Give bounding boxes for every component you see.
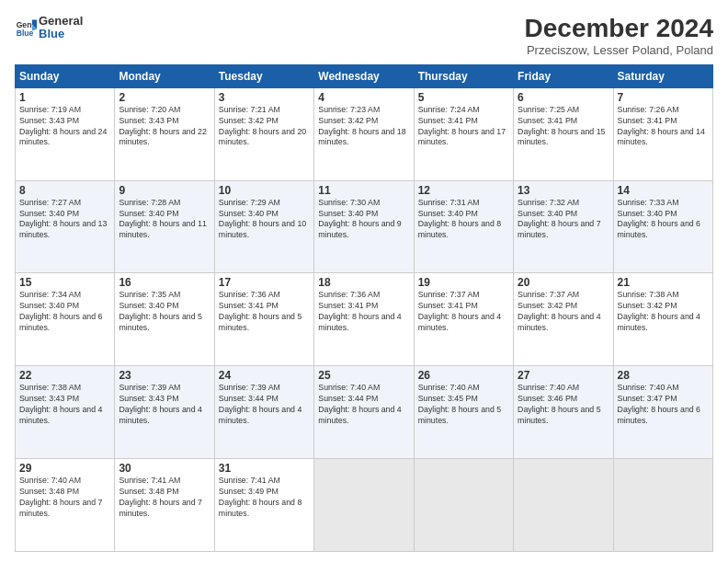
day-info: Sunrise: 7:23 AM Sunset: 3:42 PM Dayligh… xyxy=(318,105,409,149)
logo-text: General Blue xyxy=(39,15,83,41)
day-info: Sunrise: 7:40 AM Sunset: 3:46 PM Dayligh… xyxy=(518,383,609,427)
day-number: 31 xyxy=(219,462,310,475)
day-cell-31: 31 Sunrise: 7:41 AM Sunset: 3:49 PM Dayl… xyxy=(214,459,313,552)
day-number: 13 xyxy=(518,184,609,197)
day-number: 19 xyxy=(418,276,509,289)
day-info: Sunrise: 7:37 AM Sunset: 3:42 PM Dayligh… xyxy=(518,290,609,334)
day-cell-9: 9 Sunrise: 7:28 AM Sunset: 3:40 PM Dayli… xyxy=(115,180,214,273)
day-info: Sunrise: 7:25 AM Sunset: 3:41 PM Dayligh… xyxy=(518,105,609,149)
day-cell-16: 16 Sunrise: 7:35 AM Sunset: 3:40 PM Dayl… xyxy=(115,273,214,366)
day-info: Sunrise: 7:38 AM Sunset: 3:42 PM Dayligh… xyxy=(618,290,709,334)
day-info: Sunrise: 7:36 AM Sunset: 3:41 PM Dayligh… xyxy=(219,290,310,334)
day-info: Sunrise: 7:35 AM Sunset: 3:40 PM Dayligh… xyxy=(119,290,210,334)
day-number: 5 xyxy=(418,91,509,104)
day-info: Sunrise: 7:28 AM Sunset: 3:40 PM Dayligh… xyxy=(119,198,210,242)
day-cell-3: 3 Sunrise: 7:21 AM Sunset: 3:42 PM Dayli… xyxy=(214,87,313,180)
day-cell-5: 5 Sunrise: 7:24 AM Sunset: 3:41 PM Dayli… xyxy=(414,87,513,180)
col-header-saturday: Saturday xyxy=(613,64,712,87)
empty-cell xyxy=(613,459,712,552)
day-number: 29 xyxy=(19,462,110,475)
day-info: Sunrise: 7:40 AM Sunset: 3:45 PM Dayligh… xyxy=(418,383,509,427)
day-cell-2: 2 Sunrise: 7:20 AM Sunset: 3:43 PM Dayli… xyxy=(115,87,214,180)
day-cell-6: 6 Sunrise: 7:25 AM Sunset: 3:41 PM Dayli… xyxy=(514,87,613,180)
day-info: Sunrise: 7:40 AM Sunset: 3:47 PM Dayligh… xyxy=(618,383,709,427)
day-number: 27 xyxy=(518,369,609,382)
day-cell-4: 4 Sunrise: 7:23 AM Sunset: 3:42 PM Dayli… xyxy=(314,87,414,180)
day-cell-17: 17 Sunrise: 7:36 AM Sunset: 3:41 PM Dayl… xyxy=(214,273,313,366)
day-info: Sunrise: 7:31 AM Sunset: 3:40 PM Dayligh… xyxy=(418,198,509,242)
empty-cell xyxy=(314,459,414,552)
day-number: 10 xyxy=(219,184,310,197)
logo: Gen Blue General Blue xyxy=(15,15,83,41)
svg-text:Blue: Blue xyxy=(17,29,34,38)
day-cell-19: 19 Sunrise: 7:37 AM Sunset: 3:41 PM Dayl… xyxy=(414,273,513,366)
title-block: December 2024 Przeciszow, Lesser Poland,… xyxy=(525,15,713,57)
day-number: 24 xyxy=(219,369,310,382)
week-row-3: 15 Sunrise: 7:34 AM Sunset: 3:40 PM Dayl… xyxy=(16,273,713,366)
day-number: 21 xyxy=(618,276,709,289)
day-info: Sunrise: 7:29 AM Sunset: 3:40 PM Dayligh… xyxy=(219,198,310,242)
day-info: Sunrise: 7:39 AM Sunset: 3:43 PM Dayligh… xyxy=(119,383,210,427)
col-header-friday: Friday xyxy=(514,64,613,87)
logo-icon: Gen Blue xyxy=(15,17,37,39)
day-info: Sunrise: 7:34 AM Sunset: 3:40 PM Dayligh… xyxy=(19,290,110,334)
col-header-sunday: Sunday xyxy=(16,64,115,87)
day-number: 14 xyxy=(618,184,709,197)
day-info: Sunrise: 7:30 AM Sunset: 3:40 PM Dayligh… xyxy=(318,198,409,242)
day-info: Sunrise: 7:33 AM Sunset: 3:40 PM Dayligh… xyxy=(618,198,709,242)
day-number: 20 xyxy=(518,276,609,289)
day-cell-22: 22 Sunrise: 7:38 AM Sunset: 3:43 PM Dayl… xyxy=(16,366,115,459)
page: Gen Blue General Blue December 2024 Prze… xyxy=(0,0,728,563)
month-title: December 2024 xyxy=(525,15,713,43)
week-row-1: 1 Sunrise: 7:19 AM Sunset: 3:43 PM Dayli… xyxy=(16,87,713,180)
day-cell-11: 11 Sunrise: 7:30 AM Sunset: 3:40 PM Dayl… xyxy=(314,180,414,273)
day-number: 17 xyxy=(219,276,310,289)
day-info: Sunrise: 7:41 AM Sunset: 3:49 PM Dayligh… xyxy=(219,476,310,520)
day-cell-14: 14 Sunrise: 7:33 AM Sunset: 3:40 PM Dayl… xyxy=(613,180,712,273)
day-number: 30 xyxy=(119,462,210,475)
day-number: 8 xyxy=(19,184,110,197)
day-info: Sunrise: 7:39 AM Sunset: 3:44 PM Dayligh… xyxy=(219,383,310,427)
day-number: 26 xyxy=(418,369,509,382)
day-number: 22 xyxy=(19,369,110,382)
week-row-2: 8 Sunrise: 7:27 AM Sunset: 3:40 PM Dayli… xyxy=(16,180,713,273)
day-number: 23 xyxy=(119,369,210,382)
empty-cell xyxy=(414,459,513,552)
day-cell-1: 1 Sunrise: 7:19 AM Sunset: 3:43 PM Dayli… xyxy=(16,87,115,180)
day-info: Sunrise: 7:32 AM Sunset: 3:40 PM Dayligh… xyxy=(518,198,609,242)
week-row-5: 29 Sunrise: 7:40 AM Sunset: 3:48 PM Dayl… xyxy=(16,459,713,552)
day-info: Sunrise: 7:20 AM Sunset: 3:43 PM Dayligh… xyxy=(119,105,210,149)
day-number: 1 xyxy=(19,91,110,104)
day-number: 16 xyxy=(119,276,210,289)
day-info: Sunrise: 7:19 AM Sunset: 3:43 PM Dayligh… xyxy=(19,105,110,149)
day-number: 9 xyxy=(119,184,210,197)
day-info: Sunrise: 7:36 AM Sunset: 3:41 PM Dayligh… xyxy=(318,290,409,334)
location: Przeciszow, Lesser Poland, Poland xyxy=(525,43,713,57)
day-number: 4 xyxy=(318,91,409,104)
day-cell-26: 26 Sunrise: 7:40 AM Sunset: 3:45 PM Dayl… xyxy=(414,366,513,459)
day-number: 25 xyxy=(318,369,409,382)
empty-cell xyxy=(514,459,613,552)
day-number: 3 xyxy=(219,91,310,104)
day-cell-18: 18 Sunrise: 7:36 AM Sunset: 3:41 PM Dayl… xyxy=(314,273,414,366)
day-cell-12: 12 Sunrise: 7:31 AM Sunset: 3:40 PM Dayl… xyxy=(414,180,513,273)
day-number: 18 xyxy=(318,276,409,289)
day-info: Sunrise: 7:24 AM Sunset: 3:41 PM Dayligh… xyxy=(418,105,509,149)
day-number: 7 xyxy=(618,91,709,104)
day-number: 12 xyxy=(418,184,509,197)
day-number: 11 xyxy=(318,184,409,197)
day-cell-10: 10 Sunrise: 7:29 AM Sunset: 3:40 PM Dayl… xyxy=(214,180,313,273)
day-cell-28: 28 Sunrise: 7:40 AM Sunset: 3:47 PM Dayl… xyxy=(613,366,712,459)
col-header-wednesday: Wednesday xyxy=(314,64,414,87)
day-cell-29: 29 Sunrise: 7:40 AM Sunset: 3:48 PM Dayl… xyxy=(16,459,115,552)
day-cell-25: 25 Sunrise: 7:40 AM Sunset: 3:44 PM Dayl… xyxy=(314,366,414,459)
day-number: 6 xyxy=(518,91,609,104)
day-info: Sunrise: 7:40 AM Sunset: 3:44 PM Dayligh… xyxy=(318,383,409,427)
day-info: Sunrise: 7:38 AM Sunset: 3:43 PM Dayligh… xyxy=(19,383,110,427)
header: Gen Blue General Blue December 2024 Prze… xyxy=(15,15,713,57)
day-number: 15 xyxy=(19,276,110,289)
day-cell-21: 21 Sunrise: 7:38 AM Sunset: 3:42 PM Dayl… xyxy=(613,273,712,366)
day-cell-20: 20 Sunrise: 7:37 AM Sunset: 3:42 PM Dayl… xyxy=(514,273,613,366)
day-info: Sunrise: 7:26 AM Sunset: 3:41 PM Dayligh… xyxy=(618,105,709,149)
day-cell-30: 30 Sunrise: 7:41 AM Sunset: 3:48 PM Dayl… xyxy=(115,459,214,552)
